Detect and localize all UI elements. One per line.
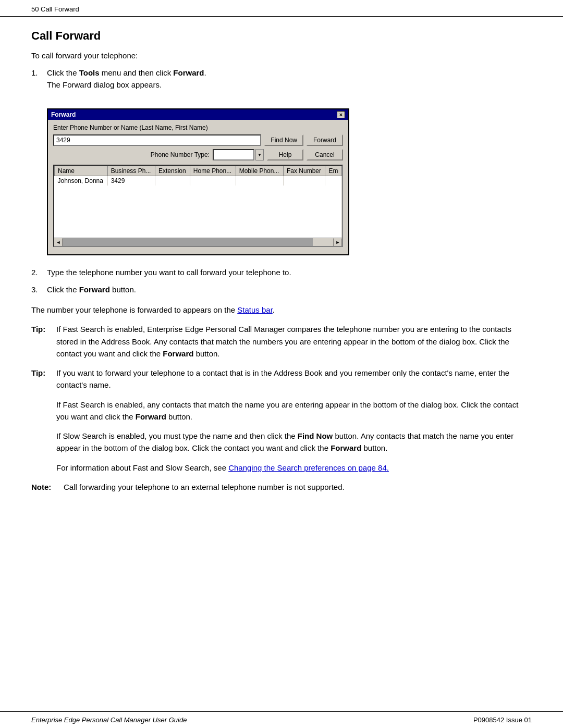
scroll-track[interactable] xyxy=(63,238,334,246)
step-2-content: Type the telephone number you want to ca… xyxy=(47,267,532,279)
col-mobile: Mobile Phon... xyxy=(236,166,283,176)
phone-input[interactable] xyxy=(53,134,261,146)
step-2-number: 2. xyxy=(31,267,47,279)
step-3-number: 3. xyxy=(31,284,47,296)
step-1-content: Click the Tools menu and then click Forw… xyxy=(47,67,532,91)
header-text: 50 Call Forward xyxy=(31,5,79,13)
help-button[interactable]: Help xyxy=(267,149,303,161)
note-block: Note: Call forwarding your telephone to … xyxy=(31,481,532,493)
col-fax: Fax Number xyxy=(284,166,325,176)
cell-name: Johnson, Donna xyxy=(55,176,108,186)
indented-para-1: If Fast Search is enabled, any contacts … xyxy=(56,399,532,423)
dialog-close-button[interactable]: × xyxy=(337,111,345,118)
page-footer: Enterprise Edge Personal Call Manager Us… xyxy=(0,711,563,728)
tools-bold: Tools xyxy=(79,68,100,77)
step-3-content: Click the Forward button. xyxy=(47,284,532,296)
col-name: Name xyxy=(55,166,108,176)
tip-2: Tip: If you want to forward your telepho… xyxy=(31,367,532,391)
dialog-title: Forward xyxy=(51,111,76,118)
status-bar-text2: . xyxy=(273,305,275,314)
forward-bold-5: Forward xyxy=(331,443,361,452)
col-home: Home Phon... xyxy=(190,166,236,176)
cell-em xyxy=(325,176,342,186)
tip-1: Tip: If Fast Search is enabled, Enterpri… xyxy=(31,323,532,360)
note-content: Call forwarding your telephone to an ext… xyxy=(64,481,532,493)
dialog-label: Enter Phone Number or Name (Last Name, F… xyxy=(53,124,343,131)
indented-para-2: If Slow Search is enabled, you must type… xyxy=(56,430,532,454)
forward-bold: Forward xyxy=(173,68,204,77)
table-row: Johnson, Donna 3429 xyxy=(55,176,342,186)
dialog-row1: Find Now Forward xyxy=(53,134,343,146)
status-bar-link[interactable]: Status bar xyxy=(237,305,273,314)
page-container: 50 Call Forward Call Forward To call for… xyxy=(0,0,563,728)
cancel-button[interactable]: Cancel xyxy=(307,149,343,161)
dialog-box: Forward × Enter Phone Number or Name (La… xyxy=(47,108,349,255)
steps-list-2: 2. Type the telephone number you want to… xyxy=(31,267,532,295)
footer-left: Enterprise Edge Personal Call Manager Us… xyxy=(31,716,187,724)
forward-button[interactable]: Forward xyxy=(307,134,343,146)
tip-2-label: Tip: xyxy=(31,367,56,391)
dialog-screenshot: Forward × Enter Phone Number or Name (La… xyxy=(47,108,349,255)
step-1: 1. Click the Tools menu and then click F… xyxy=(31,67,532,91)
status-bar-para: The number your telephone is forwarded t… xyxy=(31,304,532,316)
cell-home xyxy=(190,176,236,186)
col-extension: Extension xyxy=(155,166,190,176)
steps-list: 1. Click the Tools menu and then click F… xyxy=(31,67,532,91)
cell-extension xyxy=(155,176,190,186)
find-now-button[interactable]: Find Now xyxy=(264,134,303,146)
dialog-titlebar: Forward × xyxy=(48,109,348,120)
dialog-row2: Phone Number Type: ▼ Help Cancel xyxy=(53,149,343,161)
horizontal-scrollbar[interactable]: ◄ ► xyxy=(54,238,342,246)
dropdown-arrow[interactable]: ▼ xyxy=(255,149,264,161)
empty-row xyxy=(55,186,342,238)
tip-1-label: Tip: xyxy=(31,323,56,360)
scroll-thumb[interactable] xyxy=(313,238,334,246)
search-preferences-link[interactable]: Changing the Search preferences on page … xyxy=(228,463,389,472)
col-business: Business Ph... xyxy=(107,166,155,176)
phone-type-select[interactable]: ▼ xyxy=(213,149,264,161)
content-area: Call Forward To call forward your teleph… xyxy=(0,17,563,521)
find-now-bold: Find Now xyxy=(298,431,333,440)
scroll-right-button[interactable]: ► xyxy=(334,238,342,246)
cell-fax xyxy=(284,176,325,186)
intro-text: To call forward your telephone: xyxy=(31,51,532,60)
step-2: 2. Type the telephone number you want to… xyxy=(31,267,532,279)
scroll-left-button[interactable]: ◄ xyxy=(54,238,63,246)
step-1-number: 1. xyxy=(31,67,47,91)
step-3: 3. Click the Forward button. xyxy=(31,284,532,296)
chapter-title: Call Forward xyxy=(31,29,532,43)
table-header-row: Name Business Ph... Extension Home Phon.… xyxy=(55,166,342,176)
indented-para-3: For information about Fast and Slow Sear… xyxy=(56,462,532,474)
forward-bold-4: Forward xyxy=(136,412,166,421)
forward-bold-2: Forward xyxy=(79,285,110,294)
empty-space xyxy=(55,186,342,238)
dialog-body: Enter Phone Number or Name (Last Name, F… xyxy=(48,120,348,254)
phone-type-dropdown[interactable] xyxy=(213,149,254,161)
cell-business: 3429 xyxy=(107,176,155,186)
status-bar-text1: The number your telephone is forwarded t… xyxy=(31,305,237,314)
note-label: Note: xyxy=(31,481,64,493)
tip-2-content: If you want to forward your telephone to… xyxy=(56,367,532,391)
page-header: 50 Call Forward xyxy=(0,0,563,17)
tip-1-content: If Fast Search is enabled, Enterprise Ed… xyxy=(56,323,532,360)
col-em: Em xyxy=(325,166,342,176)
forward-bold-3: Forward xyxy=(163,349,193,358)
footer-right: P0908542 Issue 01 xyxy=(473,716,532,724)
cell-mobile xyxy=(236,176,283,186)
dialog-table: Name Business Ph... Extension Home Phon.… xyxy=(54,166,342,238)
phone-type-label: Phone Number Type: xyxy=(151,151,210,158)
dialog-table-wrapper: Name Business Ph... Extension Home Phon.… xyxy=(53,165,343,247)
